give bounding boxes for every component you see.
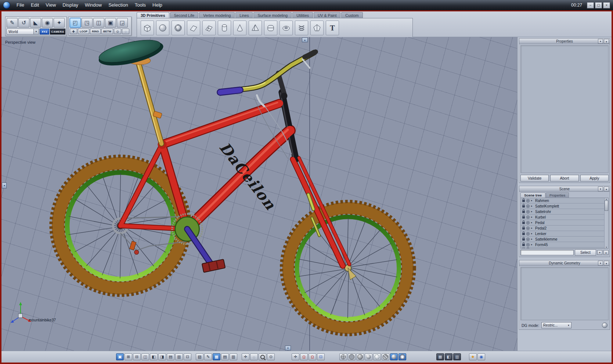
shaded-ball-icon[interactable] (356, 353, 364, 360)
scene-item-pedal2[interactable]: ▸Pedal2 (521, 226, 604, 231)
tab-surface-modeling[interactable]: Surface modeling (253, 12, 292, 18)
lock-icon[interactable] (522, 249, 525, 249)
viewport-pan-up-button[interactable]: ▲ (302, 37, 308, 42)
menu-file[interactable]: File (13, 0, 28, 10)
split-view-icon[interactable]: ◧ (445, 353, 452, 360)
select-loop-mode-icon[interactable]: ◲ (117, 18, 128, 28)
visibility-eye-icon[interactable] (526, 243, 530, 246)
layout-two-rows-icon[interactable]: ⊟ (133, 353, 141, 360)
scene-item-clipped[interactable] (521, 248, 604, 249)
expander-icon[interactable]: ▸ (531, 227, 534, 230)
primitive-cube-icon[interactable] (141, 21, 154, 35)
scene-list-scrollbar[interactable]: ▲ ▼ (604, 198, 608, 248)
dot-ball-icon[interactable] (399, 353, 406, 360)
pencil-tool-icon[interactable]: ✎ (7, 18, 18, 28)
visibility-eye-icon[interactable] (526, 205, 530, 208)
smooth-active-ball-icon[interactable] (390, 353, 398, 360)
layout-four-view-icon[interactable]: ⊞ (125, 353, 132, 360)
lamp-tool-icon[interactable]: ✦ (54, 18, 65, 28)
camera-mode-button[interactable]: CAMERA (50, 29, 65, 35)
scrollbar-thumb[interactable] (605, 201, 608, 211)
primitive-chamfer-cube-icon[interactable] (264, 21, 277, 35)
panel-collapse-icon[interactable]: ▼ (598, 39, 603, 44)
marquee-select-icon[interactable]: ◌ (250, 353, 258, 360)
primitive-sphere-icon[interactable] (156, 21, 169, 35)
tab-3d-primitives[interactable]: 3D Primitives (137, 12, 169, 18)
menu-window[interactable]: Window (82, 0, 105, 10)
spreadsheet2-icon[interactable]: ▥ (230, 353, 237, 360)
panel-collapse-icon[interactable]: ▼ (598, 261, 603, 266)
layout-right-split-icon[interactable]: ◨ (158, 353, 166, 360)
visibility-eye-icon[interactable] (526, 238, 530, 241)
viewport-pan-down-button[interactable]: ▼ (285, 346, 291, 350)
visibility-eye-icon[interactable] (526, 199, 530, 202)
scene-item-kurbel[interactable]: ▸Kurbel (521, 215, 604, 220)
scene-item-form45[interactable]: ▸Form45 (521, 242, 604, 248)
scene-search-input[interactable] (520, 250, 574, 255)
app-icon[interactable] (3, 1, 10, 9)
menu-selection[interactable]: Selection (105, 0, 131, 10)
selection-extra-icon[interactable]: ✚ (70, 29, 77, 34)
layout-three-cols-icon[interactable]: ▥ (175, 353, 183, 360)
annotate-icon[interactable]: ✎ (204, 353, 212, 360)
primitive-pyramid-icon[interactable] (249, 21, 262, 35)
lock-icon[interactable] (522, 216, 525, 219)
lock-icon[interactable] (522, 227, 525, 230)
menu-tools[interactable]: Tools (131, 0, 149, 10)
visibility-eye-icon[interactable] (526, 232, 530, 235)
select-button[interactable]: Select (575, 249, 596, 256)
expander-icon[interactable]: ▸ (531, 199, 534, 202)
tab-lines[interactable]: Lines (235, 12, 253, 18)
primitive-cone-icon[interactable] (233, 21, 246, 35)
select-edge-mode-icon[interactable]: ◫ (93, 18, 104, 28)
panel-collapse-icon[interactable]: ▼ (598, 187, 603, 191)
transparent-ball-icon[interactable] (373, 353, 381, 360)
layout-two-cols-icon[interactable]: ◫ (141, 353, 149, 360)
viewport-pan-left-button[interactable]: ◄ (2, 183, 7, 188)
lock-icon[interactable] (522, 233, 525, 235)
undo-tool-icon[interactable]: ↺ (18, 18, 29, 28)
scene-spin-down-icon[interactable]: ▼ (597, 250, 602, 255)
layout-left-split-icon[interactable]: ◧ (150, 353, 158, 360)
visibility-icon[interactable]: ⊙ (267, 353, 275, 360)
layout-inset-view-icon[interactable]: ⊡ (184, 353, 191, 360)
primitive-cylinder-icon[interactable] (218, 21, 231, 35)
tab-scene-properties[interactable]: Properties (546, 192, 569, 198)
lock-icon[interactable] (522, 205, 525, 208)
xyz-mode-button[interactable]: XYZ (40, 29, 49, 35)
visibility-eye-icon[interactable] (526, 248, 530, 249)
primitive-plane-icon[interactable] (187, 21, 200, 35)
grid-dark-icon[interactable]: ▥ (453, 353, 461, 360)
perspective-viewport[interactable]: DaCeilon Perspective view mountainbike37… (1, 37, 518, 351)
manipulator-icon[interactable]: ⊡ (317, 353, 325, 360)
orb-tool-icon[interactable]: ◉ (42, 18, 53, 28)
scene-item-sattelkomplett[interactable]: ▸SattelKomplett (521, 203, 604, 209)
apply-button[interactable]: Apply (580, 175, 609, 181)
minimize-button[interactable]: – (587, 2, 594, 8)
layout-three-rows-icon[interactable]: ▤ (167, 353, 174, 360)
primitive-torus-icon[interactable] (280, 21, 293, 35)
menu-edit[interactable]: Edit (28, 0, 42, 10)
ring-select-button[interactable]: RING (90, 29, 101, 34)
visibility-eye-icon[interactable] (526, 227, 530, 230)
between-select-button[interactable]: BETW (101, 29, 113, 34)
select-face-mode-icon[interactable]: ◳ (82, 18, 93, 28)
layers-icon[interactable]: ▦ (436, 353, 444, 360)
primitive-grid-icon[interactable] (202, 21, 216, 35)
lock-icon[interactable] (522, 244, 525, 246)
layout-single-view-icon[interactable]: ▣ (116, 353, 124, 360)
axis-snap-icon[interactable]: ✛ (292, 353, 299, 360)
snap-grid-icon[interactable]: ▦ (213, 353, 220, 360)
textured-ball-icon[interactable] (382, 353, 389, 360)
expander-icon[interactable]: ▸ (531, 238, 534, 241)
fit-view-icon[interactable]: ✛ (242, 353, 249, 360)
tab-uv-paint[interactable]: UV & Paint (314, 12, 340, 18)
tab-vertex-modeling[interactable]: Vertex modeling (199, 12, 235, 18)
visibility-eye-icon[interactable] (526, 221, 530, 224)
flat-ball-icon[interactable] (348, 353, 356, 360)
weld-icon[interactable]: ⊙ (114, 29, 121, 34)
world-space-select[interactable]: World ▼ (7, 29, 39, 35)
primitive-text-icon[interactable]: T (326, 21, 339, 35)
magnet-snap2-icon[interactable]: Ω (309, 353, 316, 360)
menu-help[interactable]: Help (149, 0, 166, 10)
